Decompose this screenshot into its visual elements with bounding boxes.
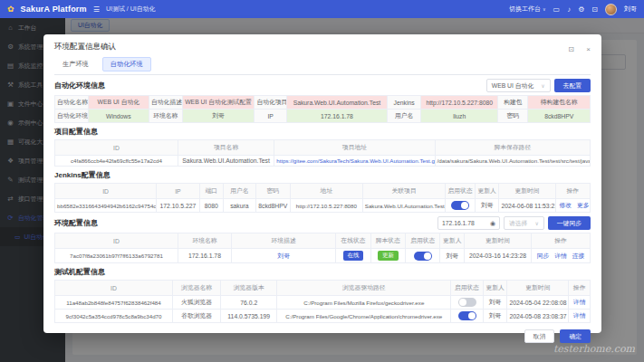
- col-header: 密码: [255, 184, 290, 199]
- section-title-project: 项目配置信息: [54, 127, 98, 137]
- browser-enabled-cell: [451, 310, 483, 323]
- user-name[interactable]: 刘哥: [624, 5, 637, 14]
- browser-enabled-toggle[interactable]: [458, 298, 476, 307]
- auto-env-row-2: 自动化环境 Windows 环境名称 刘哥 IP 172.16.1.78 用户名…: [55, 110, 591, 123]
- env-sync-link[interactable]: 同步: [537, 252, 550, 259]
- auto-env-row-1: 自动化名称 WEB UI 自动化 自动化描述 WEB UI 自动化测试配置 自动…: [55, 96, 591, 110]
- browser-header-row: ID 浏览器名称 浏览器版本 浏览器驱动路径 启用状态 更新人 更新时间 操作: [55, 281, 591, 296]
- browser-detail-link[interactable]: 详情: [573, 299, 586, 305]
- go-configure-button[interactable]: 去配置: [554, 79, 591, 92]
- col-header: 更新人: [483, 281, 507, 296]
- browser-enabled-toggle[interactable]: [458, 311, 476, 320]
- browser-name: 谷歌浏览器: [173, 310, 221, 323]
- section-title-browsers: 测试机配置信息: [54, 267, 105, 277]
- col-header: 关联项目: [362, 184, 446, 199]
- col-header: 浏览器驱动路径: [277, 281, 451, 296]
- settings-gear-icon[interactable]: ⚙: [578, 5, 584, 14]
- browser-name: 火狐浏览器: [173, 296, 221, 310]
- env-search-box: ◉: [437, 216, 500, 230]
- browser-row-firefox: 11a48ab2b848fe84757f62838462f484 火狐浏览器 7…: [55, 296, 591, 310]
- browser-detail-link[interactable]: 详情: [573, 312, 586, 319]
- field-label: Jenkins: [387, 96, 420, 110]
- field-value: http://172.10.5.227:8080: [421, 96, 498, 110]
- field-value: WEB UI 自动化测试配置: [182, 96, 255, 110]
- jenkins-port: 8080: [199, 199, 224, 213]
- chevron-down-icon: ∨: [541, 82, 544, 89]
- col-header: 浏览器版本: [221, 281, 277, 296]
- project-id: c4fa866ccb4e42fa69cffc55e17a2cd4: [55, 156, 178, 167]
- jenkins-edit-link[interactable]: 修改: [560, 202, 572, 208]
- dialog-fullscreen-icon[interactable]: ⊡: [568, 45, 574, 53]
- col-header: 启用状态: [451, 281, 483, 296]
- field-label: 环境名称: [149, 110, 183, 123]
- col-header: 项目地址: [274, 140, 435, 156]
- col-header: 用户名: [224, 184, 255, 199]
- one-click-sync-button[interactable]: 一键同步: [548, 216, 591, 230]
- col-header: 更新时间: [465, 233, 532, 249]
- env-confirm-dialog: 环境配置信息确认 ⊡ × 生产环境 自动化环境 自动化环境信息 WEB UI 自…: [43, 34, 601, 333]
- env-search-input[interactable]: [442, 220, 487, 226]
- env-filter-select[interactable]: 请选择 ∨: [504, 216, 544, 230]
- fullscreen-icon[interactable]: ⊡: [591, 5, 598, 14]
- env-id: 7ac07f8a23061b97f7ff6133a6792781: [55, 249, 178, 263]
- watermark: testerhome.com: [553, 343, 635, 355]
- workspace-switcher[interactable]: 切换工作台 ∨: [509, 5, 546, 14]
- chevron-down-icon: ∨: [543, 6, 546, 12]
- jenkins-more-link[interactable]: 更多: [577, 202, 590, 208]
- project-repo-link[interactable]: https://gitee.com/SakuraTech/Sakura.Web.…: [276, 157, 435, 164]
- env-enabled-cell: [406, 249, 440, 263]
- automation-type-select-value: WEB UI 自动化: [492, 81, 533, 90]
- env-name: 172.16.1.78: [178, 249, 231, 263]
- env-updater: 刘哥: [440, 249, 465, 263]
- top-navbar: ✿ SakurA Platform ☰ UI测试 / UI自动化 切换工作台 ∨…: [0, 0, 644, 18]
- app-logo-icon: ✿: [7, 5, 14, 14]
- script-status-badge: 更新: [378, 251, 399, 261]
- app-title: SakurA Platform: [21, 5, 87, 14]
- env-desc-link[interactable]: 刘哥: [277, 252, 290, 259]
- browser-id: 9cf3042c5a354ccd978c5c8a9bc34d70: [55, 310, 173, 323]
- monitor-icon[interactable]: ▭: [553, 5, 561, 14]
- col-header: 浏览器名称: [173, 281, 221, 296]
- field-value: 刘哥: [182, 110, 255, 123]
- confirm-button[interactable]: 确定: [560, 329, 591, 343]
- jenkins-ip: 172.10.5.227: [157, 199, 199, 213]
- col-header: 项目名称: [178, 140, 274, 156]
- col-header: 更新时间: [499, 184, 555, 199]
- browser-actions: 详情: [569, 296, 591, 310]
- field-value: 172.16.1.78: [286, 110, 387, 123]
- dialog-close-icon[interactable]: ×: [586, 45, 591, 53]
- col-header: 操作: [569, 281, 591, 296]
- sound-icon[interactable]: ♪: [567, 5, 571, 14]
- tab-automation-env[interactable]: 自动化环境: [102, 57, 151, 71]
- jenkins-table: ID IP 端口 用户名 密码 地址 关联项目 启用状态 更新人 更新时间 操作…: [54, 183, 591, 213]
- env-enabled-toggle[interactable]: [414, 252, 432, 261]
- section-title-auto-env: 自动化环境信息: [54, 81, 105, 90]
- hamburger-icon[interactable]: ☰: [93, 5, 100, 14]
- section-title-jenkins: Jenkins配置信息: [54, 170, 111, 180]
- jenkins-enabled-toggle[interactable]: [451, 201, 469, 210]
- tab-production-env[interactable]: 生产环境: [54, 57, 97, 71]
- input-suffix-icon[interactable]: ◉: [490, 220, 495, 227]
- env-filter-placeholder: 请选择: [509, 219, 527, 228]
- jenkins-user: sakura: [224, 199, 255, 213]
- col-header: ID: [55, 281, 173, 296]
- browser-row-chrome: 9cf3042c5a354ccd978c5c8a9bc34d70 谷歌浏览器 1…: [55, 310, 591, 323]
- jenkins-updater: 刘哥: [475, 199, 499, 213]
- jenkins-project: Sakura.Web.UI.Automation.Test: [362, 199, 446, 213]
- env-tabs: 生产环境 自动化环境: [54, 57, 591, 75]
- breadcrumb: UI测试 / UI自动化: [106, 5, 156, 14]
- user-avatar[interactable]: [605, 4, 617, 15]
- project-name: Sakura.Web.UI.Automation.Test: [178, 156, 274, 167]
- env-online-status-cell: 在线: [336, 249, 370, 263]
- cancel-button[interactable]: 取消: [524, 329, 555, 343]
- field-label: 自动化名称: [55, 96, 89, 110]
- project-url-cell: https://gitee.com/SakuraTech/Sakura.Web.…: [274, 156, 435, 167]
- env-detail-link[interactable]: 详情: [554, 252, 567, 259]
- automation-type-select[interactable]: WEB UI 自动化 ∨: [486, 79, 551, 92]
- col-header: ID: [55, 140, 178, 156]
- col-header: 脚本保存路径: [435, 140, 590, 156]
- project-header-row: ID 项目名称 项目地址 脚本保存路径: [55, 140, 591, 156]
- browser-enabled-cell: [451, 296, 483, 310]
- env-connect-link[interactable]: 连接: [572, 252, 585, 259]
- browser-actions: 详情: [569, 310, 591, 323]
